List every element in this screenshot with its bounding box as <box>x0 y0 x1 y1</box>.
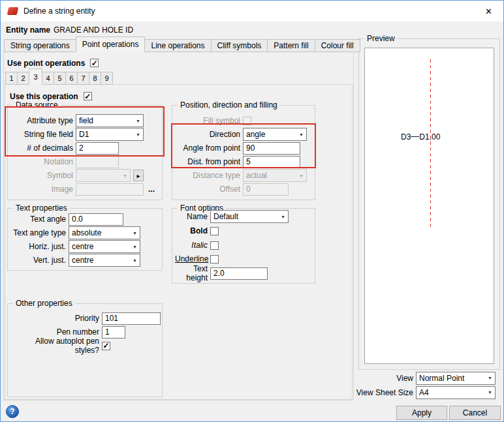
chevron-down-icon[interactable]: ▾ <box>485 375 495 381</box>
cancel-button[interactable]: Cancel <box>449 406 501 420</box>
underline-checkbox[interactable] <box>210 255 219 264</box>
use-this-operation-checkbox[interactable]: ✓ <box>84 92 92 100</box>
preview-canvas: D3 D1.00 <box>364 48 494 364</box>
text-angle-type-value: absolute <box>72 228 130 237</box>
angle-from-point-input[interactable] <box>243 142 300 155</box>
text-height-label: Text height <box>175 264 208 282</box>
text-angle-type-select[interactable]: absolute ▾ <box>69 226 140 239</box>
priority-input[interactable] <box>102 312 161 325</box>
view-sheet-size-select[interactable]: A4 ▾ <box>416 386 496 399</box>
view-row: View Normal Point ▾ <box>340 372 496 384</box>
italic-checkbox[interactable] <box>210 241 219 250</box>
direction-row: Direction angle ▾ <box>175 128 312 141</box>
direction-select[interactable]: angle ▾ <box>243 128 307 141</box>
attribute-type-row: Attribute type field ▾ <box>10 114 159 127</box>
preview-label-right: D1.00 <box>419 132 440 142</box>
string-file-field-value: D1 <box>79 130 133 139</box>
chevron-down-icon: ▾ <box>296 173 306 179</box>
chevron-down-icon[interactable]: ▾ <box>485 389 495 395</box>
group-title-position: Position, direction and filling <box>178 100 280 110</box>
operation-tab-3[interactable]: 3 <box>29 68 42 85</box>
operation-tab-6[interactable]: 6 <box>65 72 78 85</box>
text-angle-type-row: Text angle type absolute ▾ <box>10 226 159 239</box>
view-sheet-size-label: View Sheet Size <box>340 388 413 397</box>
picker-arrow-icon: ▸ <box>136 172 140 179</box>
dist-from-point-input[interactable] <box>243 156 300 168</box>
image-browse-button[interactable]: ... <box>146 183 157 195</box>
string-file-field-label: String file field <box>10 130 73 139</box>
fill-symbol-checkbox <box>243 117 251 125</box>
vert-just-label: Vert. just. <box>10 256 66 265</box>
group-title-other-properties: Other properties <box>13 299 75 308</box>
use-this-operation-row: Use this operation ✓ <box>10 90 92 102</box>
pen-number-input[interactable] <box>102 326 125 339</box>
pen-number-label: Pen number <box>10 327 99 337</box>
apply-button[interactable]: Apply <box>396 406 447 420</box>
operation-tab-1[interactable]: 1 <box>5 72 18 85</box>
entity-name-value: GRADE AND HOLE ID <box>54 25 133 35</box>
tab-string-operations[interactable]: String operations <box>4 39 76 52</box>
attribute-type-select[interactable]: field ▾ <box>76 114 144 127</box>
operation-tab-2[interactable]: 2 <box>17 72 29 85</box>
chevron-down-icon[interactable]: ▾ <box>133 132 143 138</box>
text-angle-row: Text angle <box>10 213 159 226</box>
group-data-source: Data source Attribute type field ▾ Strin… <box>7 105 163 200</box>
use-point-operations-row: Use point operations ✓ <box>7 57 99 69</box>
dialog-define-string-entity: Define a string entity ✕ Entity name GRA… <box>0 0 504 422</box>
decimals-input[interactable] <box>76 142 119 155</box>
view-select[interactable]: Normal Point ▾ <box>416 372 496 385</box>
operation-tab-strip: 1 2 3 4 5 6 7 8 9 <box>5 68 113 85</box>
font-name-select[interactable]: Default ▾ <box>210 210 289 223</box>
operation-tab-5[interactable]: 5 <box>54 72 66 85</box>
group-preview: Preview D3 D1.00 <box>358 38 500 370</box>
app-icon <box>7 7 19 15</box>
chevron-down-icon[interactable]: ▾ <box>278 214 288 220</box>
preview-dashed-line <box>430 59 431 227</box>
tab-colour-fill[interactable]: Colour fill <box>315 39 360 52</box>
group-other-properties: Other properties Priority Pen number All… <box>7 303 163 397</box>
font-name-label: Name <box>175 212 208 221</box>
use-point-operations-checkbox[interactable]: ✓ <box>90 59 99 67</box>
autoplot-label: Allow autoplot pen styles? <box>10 337 99 355</box>
group-text-properties: Text properties Text angle Text angle ty… <box>7 208 163 271</box>
tab-cliff-symbols[interactable]: Cliff symbols <box>211 39 268 52</box>
dist-from-point-row: Dist. from point <box>175 155 312 168</box>
close-button[interactable]: ✕ <box>474 1 503 22</box>
dist-from-point-label: Dist. from point <box>175 157 240 166</box>
chevron-down-icon[interactable]: ▾ <box>133 118 143 124</box>
operation-tab-8[interactable]: 8 <box>89 72 101 85</box>
symbol-picker-button[interactable]: ▸ <box>133 170 144 181</box>
text-angle-type-label: Text angle type <box>10 228 66 237</box>
group-position-direction: Position, direction and filling Fill sym… <box>172 105 315 200</box>
help-button[interactable]: ? <box>6 405 19 418</box>
operation-tab-4[interactable]: 4 <box>42 72 54 85</box>
chevron-down-icon[interactable]: ▾ <box>130 230 140 236</box>
offset-row: Offset <box>175 183 312 196</box>
font-name-value: Default <box>213 212 278 221</box>
attribute-type-label: Attribute type <box>10 116 73 125</box>
distance-type-label: Distance type <box>175 171 240 180</box>
text-angle-label: Text angle <box>10 215 66 224</box>
text-height-input[interactable] <box>210 267 268 280</box>
use-point-operations-label: Use point operations <box>7 59 85 68</box>
group-font-options: Font options Name Default ▾ Bold Italic … <box>172 208 315 284</box>
text-angle-input[interactable] <box>69 213 123 226</box>
chevron-down-icon[interactable]: ▾ <box>130 258 140 264</box>
view-value: Normal Point <box>419 374 485 383</box>
chevron-down-icon[interactable]: ▾ <box>130 244 140 250</box>
tab-point-operations[interactable]: Point operations <box>76 37 146 52</box>
chevron-down-icon[interactable]: ▾ <box>296 132 306 138</box>
view-sheet-size-value: A4 <box>419 388 485 397</box>
vert-just-select[interactable]: centre ▾ <box>69 254 140 267</box>
bold-checkbox[interactable] <box>210 227 219 235</box>
autoplot-checkbox[interactable]: ✓ <box>102 342 110 350</box>
tab-pattern-fill[interactable]: Pattern fill <box>267 39 315 52</box>
fill-symbol-label: Fill symbol <box>175 116 240 125</box>
operation-tab-7[interactable]: 7 <box>77 72 89 85</box>
direction-value: angle <box>246 130 296 139</box>
tab-line-operations[interactable]: Line operations <box>144 39 211 52</box>
horiz-just-select[interactable]: centre ▾ <box>69 240 140 253</box>
string-file-field-select[interactable]: D1 ▾ <box>76 128 144 141</box>
operation-tab-9[interactable]: 9 <box>101 72 113 85</box>
chevron-down-icon: ▾ <box>120 173 130 179</box>
